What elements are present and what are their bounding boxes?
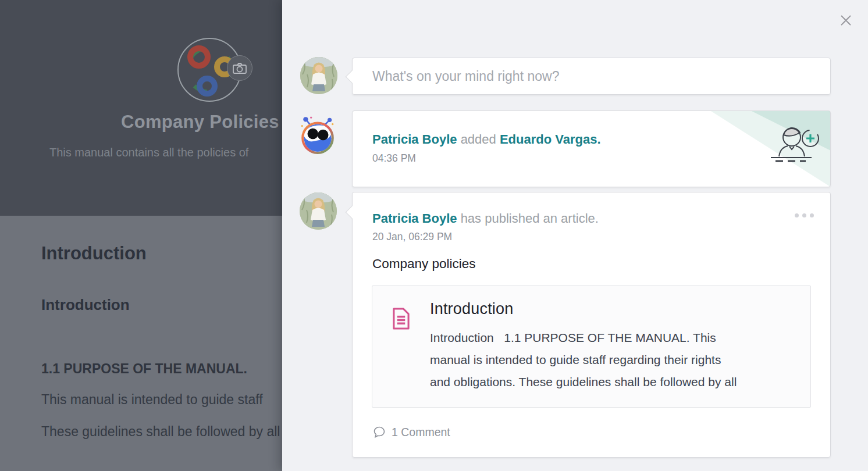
manual-title: Company Policies: [121, 112, 279, 133]
person-add-icon: [767, 123, 821, 166]
bubble-pointer: [352, 128, 358, 141]
feed-item-member-added: Patricia Boyle added Eduardo Vargas. 04:…: [352, 110, 831, 187]
article-heading: Introduction: [430, 300, 514, 318]
close-button[interactable]: [835, 10, 856, 31]
actor-name-link[interactable]: Patricia Boyle: [372, 132, 457, 147]
composer-input[interactable]: [353, 58, 830, 94]
manual-section-title: Introduction: [41, 243, 147, 264]
action-text: added: [457, 132, 500, 147]
bot-avatar: [297, 114, 338, 155]
target-name-link[interactable]: Eduardo Vargas: [500, 132, 597, 147]
activity-feed-panel: Patricia Boyle added Eduardo Vargas. 04:…: [282, 0, 868, 471]
document-icon: [392, 307, 410, 330]
close-icon: [838, 12, 854, 28]
app-root: Company Policies This manual contains al…: [0, 0, 868, 471]
action-text: has published an article.: [457, 211, 599, 226]
feed-item-time: 20 Jan, 06:29 PM: [372, 231, 452, 243]
feed-item-text: Patricia Boyle has published an article.: [372, 211, 599, 226]
manual-article-title: Introduction: [41, 296, 130, 314]
feed-item-time: 04:36 PM: [372, 152, 416, 165]
user-photo: [300, 192, 337, 230]
manual-paragraph: These guidelines shall be followed by al…: [41, 424, 280, 440]
manual-paragraph: This manual is intended to guide staff: [41, 392, 263, 408]
comment-bubble-icon: [372, 425, 386, 439]
ellipsis-icon: [795, 213, 799, 217]
comments-button[interactable]: 1 Comment: [372, 425, 450, 439]
comment-count-label: 1 Comment: [392, 426, 450, 439]
bubble-pointer: [346, 206, 359, 219]
manual-subsection-heading: 1.1 PURPOSE OF THE MANUAL.: [41, 361, 247, 377]
feed-item-article-published: Patricia Boyle has published an article.…: [352, 192, 831, 458]
sentence-period: .: [597, 132, 600, 147]
change-cover-photo-button: [227, 55, 252, 81]
actor-name-link[interactable]: Patricia Boyle: [372, 211, 457, 226]
article-preview-text: Introduction 1.1 PURPOSE OF THE MANUAL. …: [430, 327, 814, 393]
camera-icon: [232, 60, 248, 76]
current-user-avatar[interactable]: [300, 57, 337, 94]
post-title: Company policies: [372, 256, 476, 272]
feed-item-text: Patricia Boyle added Eduardo Vargas.: [372, 132, 601, 147]
article-preview-card[interactable]: Introduction Introduction 1.1 PURPOSE OF…: [372, 286, 811, 408]
author-avatar[interactable]: [300, 192, 337, 230]
post-composer: [352, 58, 831, 95]
user-photo: [300, 57, 337, 94]
bot-icon: [297, 114, 338, 155]
manual-subtitle: This manual contains all the policies of: [49, 146, 248, 159]
more-options-button[interactable]: [791, 213, 814, 217]
